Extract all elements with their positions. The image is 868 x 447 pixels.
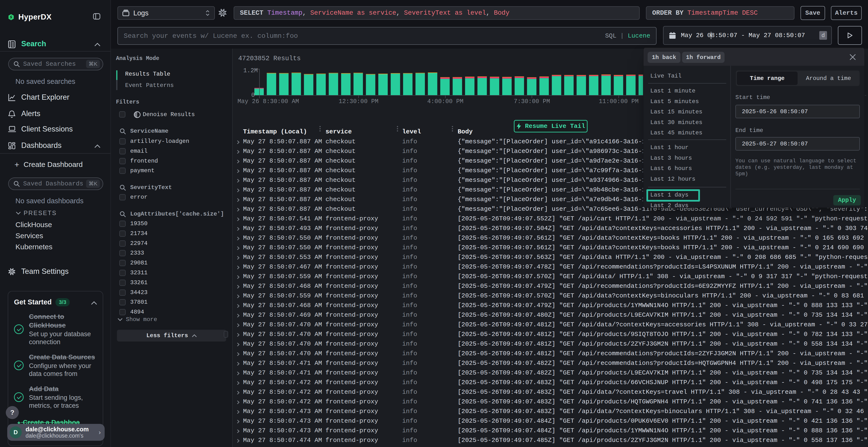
svg-text:7:30:00 PM: 7:30:00 PM xyxy=(514,98,550,105)
svg-text:0: 0 xyxy=(251,92,255,99)
svg-text:May 26 8:30:00 AM: May 26 8:30:00 AM xyxy=(238,98,299,105)
svg-text:11:00:00 PM: 11:00:00 PM xyxy=(599,98,639,105)
svg-text:1.2M: 1.2M xyxy=(243,68,258,74)
svg-text:12:30:00 PM: 12:30:00 PM xyxy=(339,98,378,105)
svg-text:4:00:00 PM: 4:00:00 PM xyxy=(427,98,463,105)
